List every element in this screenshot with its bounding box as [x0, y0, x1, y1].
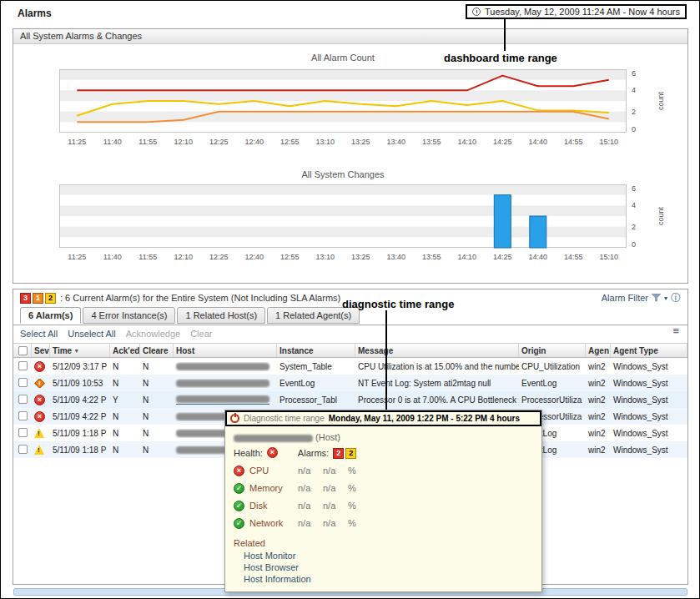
row-checkbox[interactable]: [18, 427, 28, 436]
svg-text:2: 2: [632, 223, 636, 231]
diagnostic-time-range-value: Monday, May 11, 2009 1:22 PM - 5:22 PM 4…: [329, 414, 520, 423]
row-checkbox[interactable]: [18, 394, 28, 403]
page-title: Alarms: [18, 8, 52, 19]
time-cell: 5/12/09 3:17 P: [50, 362, 110, 371]
origin-cell: ProcessorUtiliza: [519, 395, 586, 405]
row-checkbox[interactable]: [18, 360, 28, 370]
chart-canvas: 0246count: [59, 69, 675, 134]
metric-value: n/a: [298, 466, 318, 476]
host-type-suffix: (Host): [315, 432, 340, 442]
x-axis-tick: 13:25: [343, 138, 379, 146]
agent-type-cell: Windows_Syst: [611, 362, 687, 371]
message-cell: NT Event Log: System ati2mtag null: [355, 379, 519, 388]
x-axis-tick: 14:25: [485, 138, 521, 146]
column-header[interactable]: Agent Type: [611, 344, 687, 357]
column-header[interactable]: Sev: [32, 344, 50, 357]
clock-icon: [472, 8, 481, 16]
host-link[interactable]: [176, 395, 269, 405]
tab[interactable]: 4 Error Instance(s): [83, 307, 175, 324]
metric-value: n/a: [298, 518, 318, 528]
related-link[interactable]: Host Monitor: [225, 550, 541, 561]
metric-row: ✓Memoryn/an/a%: [225, 480, 541, 497]
agent-cell: win2: [586, 412, 611, 421]
column-header[interactable]: Time▼: [50, 344, 110, 357]
instance-cell: System_Table: [277, 362, 355, 371]
row-checkbox[interactable]: [18, 377, 28, 386]
related-link[interactable]: Host Information: [225, 573, 541, 585]
metric-link[interactable]: Network: [249, 518, 293, 528]
info-icon[interactable]: ⓘ: [671, 291, 681, 305]
column-header[interactable]: Agen: [586, 344, 611, 357]
related-link[interactable]: Host Browser: [225, 561, 541, 573]
alarm-summary-text: : 6 Current Alarm(s) for the Entire Syst…: [60, 293, 340, 303]
severity-badge-critical: 1: [33, 293, 43, 304]
system-changes-chart: 0246count: [59, 184, 675, 253]
customizer-icon[interactable]: ≡: [672, 326, 679, 336]
toolbar-action: Acknowledge: [126, 329, 180, 339]
column-header[interactable]: Host: [174, 344, 277, 357]
row-checkbox-cell: [13, 377, 32, 390]
severity-badge-warning: 2: [45, 293, 56, 304]
alarm-filter-label: Alarm Filter: [602, 293, 648, 303]
tab[interactable]: 6 Alarm(s): [20, 307, 81, 324]
severity-cell: !: [32, 445, 50, 455]
select-all-checkbox[interactable]: [18, 345, 28, 355]
x-axis-tick: 15:10: [592, 253, 627, 261]
column-header[interactable]: Ack'ed: [110, 344, 140, 357]
column-header[interactable]: Instance: [277, 344, 355, 357]
redacted-host[interactable]: [176, 363, 269, 370]
diagnostic-time-range-label: Diagnostic time range: [244, 414, 325, 423]
agent-cell: win2: [586, 395, 611, 405]
alarm-count-badge: 2: [345, 448, 356, 459]
host-cell: [174, 379, 277, 388]
metric-value: n/a: [298, 501, 318, 511]
metric-link[interactable]: Memory: [249, 483, 293, 493]
tooltip-host-line: (Host): [225, 426, 541, 445]
redacted-host[interactable]: [176, 380, 269, 387]
diagnostic-time-icon[interactable]: [230, 414, 239, 423]
agent-cell: win2: [586, 445, 611, 455]
acked-cell: N: [110, 379, 140, 388]
column-header[interactable]: Message: [355, 344, 519, 357]
table-row[interactable]: × 5/12/09 3:17 P N N System_Table CPU Ut…: [13, 358, 687, 375]
host-tooltip: Diagnostic time range Monday, May 11, 20…: [224, 410, 542, 592]
dashboard-time-range-selector[interactable]: Tuesday, May 12, 2009 11:24 AM - Now 4 h…: [466, 4, 687, 19]
x-axis-tick: 15:10: [592, 138, 627, 146]
x-axis-tick: 12:40: [237, 138, 273, 146]
x-axis-tick: 13:40: [379, 253, 415, 261]
toolbar-action: Clear: [190, 329, 212, 339]
toolbar-action[interactable]: Unselect All: [68, 329, 115, 339]
host-cell: [174, 362, 277, 371]
redacted-host: [176, 395, 269, 403]
tooltip-alarm-badges: 22: [333, 447, 358, 459]
row-checkbox[interactable]: [18, 444, 28, 453]
alarm-filter[interactable]: Alarm Filter ▾ ⓘ: [602, 291, 681, 305]
row-checkbox[interactable]: [18, 410, 28, 420]
cleared-cell: N: [140, 395, 174, 405]
column-header[interactable]: Origin: [519, 344, 586, 357]
metric-unit: %: [348, 518, 356, 528]
tabs-divider: [13, 325, 687, 325]
svg-text:4: 4: [632, 201, 636, 209]
x-axis-tick: 12:55: [272, 138, 308, 146]
system-changes-x-axis: 11:2511:4011:5512:1012:2512:4012:5513:10…: [59, 253, 627, 261]
panel-header: All System Alarms & Changes: [13, 29, 687, 44]
annotation-diagnostic-time-range: diagnostic time range: [342, 298, 454, 310]
metric-link[interactable]: CPU: [249, 466, 293, 476]
critical-icon: !: [34, 379, 45, 388]
origin-cell: CPU_Utilization: [519, 362, 586, 371]
x-axis-tick: 12:40: [237, 253, 273, 261]
table-row[interactable]: × 5/11/09 4:22 P Y N Processor_Tabl Proc…: [13, 391, 687, 408]
toolbar-action[interactable]: Select All: [20, 329, 58, 339]
system-changes-chart-title: All System Changes: [59, 169, 627, 179]
tab[interactable]: 1 Related Host(s): [177, 307, 265, 324]
column-header[interactable]: Cleare: [140, 344, 174, 357]
severity-cell: !: [32, 379, 50, 388]
row-checkbox-cell: [13, 410, 32, 423]
agent-type-cell: Windows_Syst: [611, 445, 687, 455]
metric-link[interactable]: Disk: [249, 501, 293, 511]
table-row[interactable]: ! 5/11/09 10:53 N N EventLog NT Event Lo…: [13, 375, 687, 391]
agent-cell: win2: [586, 379, 611, 388]
message-cell: Processor 0 is at 7.00%. A CPU Bottlenec…: [355, 395, 519, 405]
ok-icon: ✓: [234, 518, 244, 529]
